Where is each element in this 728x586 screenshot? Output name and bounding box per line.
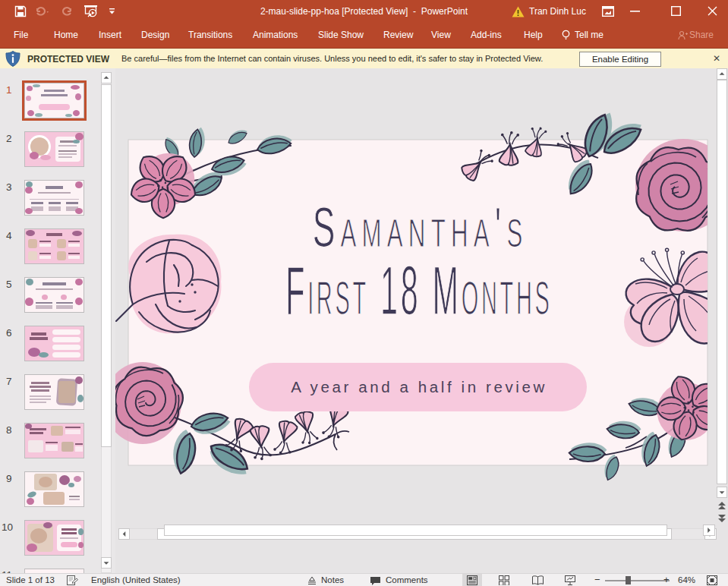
svg-text:A year and a half in review: A year and a half in review <box>291 378 547 395</box>
svg-text:First 18 Months: First 18 Months <box>285 253 552 329</box>
svg-text:Samantha's: Samantha's <box>313 196 528 258</box>
